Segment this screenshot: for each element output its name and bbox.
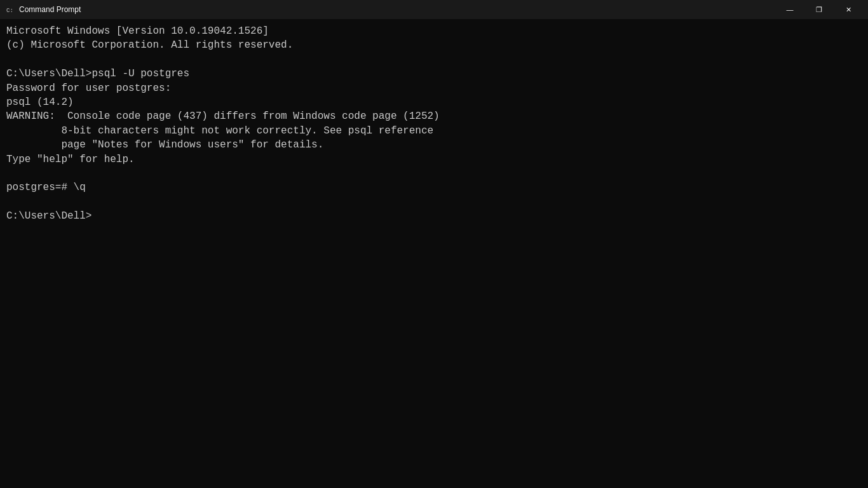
terminal-line: WARNING: Console code page (437) differs… <box>6 109 862 123</box>
terminal-line: C:\Users\Dell> <box>6 209 862 223</box>
terminal-line-empty <box>6 166 862 180</box>
window-title: Command Prompt <box>19 5 775 14</box>
close-button[interactable]: ✕ <box>834 0 863 19</box>
terminal-line-empty <box>6 53 862 67</box>
cmd-icon: C: <box>5 4 15 15</box>
terminal-line-empty <box>6 195 862 209</box>
terminal-line: postgres=# \q <box>6 180 862 194</box>
terminal-line: Password for user postgres: <box>6 81 862 95</box>
terminal-body[interactable]: Microsoft Windows [Version 10.0.19042.15… <box>0 19 868 488</box>
svg-text:C:: C: <box>6 8 13 14</box>
terminal-line: page "Notes for Windows users" for detai… <box>6 138 862 152</box>
minimize-button[interactable]: — <box>775 0 804 19</box>
terminal-line: (c) Microsoft Corporation. All rights re… <box>6 38 862 52</box>
maximize-button[interactable]: ❐ <box>804 0 834 19</box>
cmd-window: C: Command Prompt — ❐ ✕ Microsoft Window… <box>0 0 868 488</box>
terminal-line: psql (14.2) <box>6 95 862 109</box>
terminal-line: 8-bit characters might not work correctl… <box>6 124 862 138</box>
terminal-line: Microsoft Windows [Version 10.0.19042.15… <box>6 24 862 38</box>
window-controls: — ❐ ✕ <box>775 0 863 19</box>
title-bar: C: Command Prompt — ❐ ✕ <box>0 0 868 19</box>
terminal-line: C:\Users\Dell>psql -U postgres <box>6 67 862 81</box>
terminal-line: Type "help" for help. <box>6 152 862 166</box>
